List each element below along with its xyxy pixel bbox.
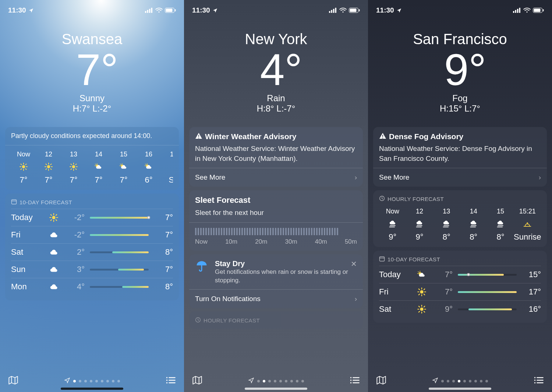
svg-point-75 — [350, 382, 352, 384]
svg-line-118 — [419, 311, 420, 312]
daily-card[interactable]: 10-DAY FORECAST Today 7° 15° Fri 7° 17° … — [373, 251, 547, 323]
page-dot[interactable] — [290, 380, 293, 382]
condition: Sunny — [0, 93, 184, 103]
page-dot[interactable] — [106, 380, 109, 382]
notif-action-label: Turn On Notifications — [195, 295, 261, 303]
page-dot[interactable] — [257, 380, 260, 382]
hour-label: 12 — [45, 151, 52, 158]
page-indicator[interactable] — [64, 377, 120, 385]
hero: New York 4° Rain H:8° L:-7° — [184, 16, 368, 114]
page-dot[interactable] — [469, 380, 471, 382]
svg-line-101 — [418, 272, 418, 272]
map-button[interactable] — [8, 375, 18, 386]
hour-value: 6° — [145, 175, 152, 185]
cloud-icon — [43, 230, 64, 240]
daily-row[interactable]: Today -2° 7° — [11, 209, 173, 226]
hourly-card[interactable]: Partly cloudy conditions expected around… — [5, 127, 179, 190]
locations-list-button[interactable] — [534, 376, 544, 386]
page-dot[interactable] — [101, 380, 103, 382]
svg-rect-78 — [515, 10, 517, 13]
weather-screen-sf: 11:30 San Francisco 9° Fog H:15° L:7° De… — [368, 0, 552, 392]
page-dot[interactable] — [279, 380, 282, 382]
hour-value: Sunrise — [514, 232, 541, 242]
svg-line-14 — [21, 169, 22, 169]
low-temp: 7° — [432, 270, 453, 279]
hourly-scroll[interactable]: Now 7° 12 7° 13 7° 14 7° 15 7° 16 6° 16 … — [11, 151, 173, 185]
advisory-card[interactable]: Dense Fog Advisory National Weather Serv… — [373, 127, 547, 187]
daily-row[interactable]: Sun 3° 7° — [11, 261, 173, 278]
hourly-card[interactable]: HOURLY FORECAST — [189, 312, 363, 329]
page-dot[interactable] — [268, 380, 271, 382]
page-dot[interactable] — [79, 380, 81, 382]
hourly-scroll[interactable]: Now 9° 12 9° 13 8° 14 8° 15 8° 15:21 Sun… — [379, 208, 541, 242]
close-button[interactable]: ✕ — [351, 259, 357, 268]
daily-row[interactable]: Sat 9° 16° — [379, 300, 541, 318]
hour-value: 7° — [95, 175, 102, 185]
page-dot[interactable] — [117, 380, 120, 382]
locations-list-button[interactable] — [166, 376, 176, 386]
day-label: Mon — [11, 282, 43, 292]
page-dot[interactable] — [301, 380, 304, 382]
status-bar: 11:30 — [184, 0, 368, 16]
page-dot[interactable] — [447, 380, 449, 382]
page-dot[interactable] — [463, 380, 466, 382]
page-dot[interactable] — [458, 380, 460, 382]
svg-line-56 — [56, 215, 57, 215]
home-indicator[interactable] — [61, 388, 123, 390]
daily-row[interactable]: Fri -2° 7° — [11, 226, 173, 243]
page-dot[interactable] — [474, 380, 477, 382]
turn-on-notifications[interactable]: Turn On Notifications › — [195, 294, 357, 303]
page-dot[interactable] — [480, 380, 482, 382]
sleet-card[interactable]: Sleet Forecast Sleet for the next hour N… — [189, 190, 363, 251]
page-indicator[interactable] — [248, 377, 304, 385]
high-temp: 7° — [154, 230, 173, 240]
page-dot[interactable] — [90, 380, 92, 382]
see-more-row[interactable]: See More › — [195, 173, 357, 181]
svg-line-116 — [419, 306, 420, 307]
sun-icon — [69, 162, 78, 172]
see-more-row[interactable]: See More › — [379, 173, 541, 181]
daily-row[interactable]: Mon 4° 8° — [11, 278, 173, 295]
daily-row[interactable]: Sat 2° 8° — [11, 243, 173, 261]
page-dot[interactable] — [73, 380, 76, 382]
notification-prompt-card[interactable]: Stay Dry Get notifications when rain or … — [189, 254, 363, 308]
weather-screen-swansea: 11:30 Swansea 7° Sunny H:7° L:-2° Partly… — [0, 0, 184, 392]
hour-column: 12 9° — [406, 208, 433, 242]
daily-row[interactable]: Fri 7° 17° — [379, 283, 541, 300]
svg-line-33 — [75, 164, 76, 165]
page-indicator[interactable] — [432, 377, 488, 385]
hourly-card[interactable]: HOURLY FORECAST Now 9° 12 9° 13 8° 14 8°… — [373, 190, 547, 247]
hour-value: 8° — [496, 232, 504, 242]
page-dot[interactable] — [296, 380, 298, 382]
fog-icon — [388, 219, 397, 229]
low-temp: 4° — [64, 282, 85, 292]
advisory-card[interactable]: Winter Weather Advisory National Weather… — [189, 127, 363, 187]
page-dot[interactable] — [263, 380, 265, 382]
hour-column: 15 8° — [487, 208, 514, 242]
home-indicator[interactable] — [245, 388, 307, 390]
svg-line-119 — [424, 306, 425, 307]
locations-list-button[interactable] — [350, 376, 360, 386]
map-button[interactable] — [376, 375, 386, 386]
page-dot[interactable] — [285, 380, 287, 382]
home-indicator[interactable] — [429, 388, 491, 390]
current-temp: 4° — [194, 47, 368, 92]
page-dot[interactable] — [441, 380, 444, 382]
svg-line-108 — [424, 294, 425, 295]
page-dot[interactable] — [274, 380, 276, 382]
chevron-right-icon: › — [355, 173, 357, 181]
hour-label: 15 — [120, 151, 127, 158]
low-temp: 2° — [64, 247, 85, 257]
page-dot[interactable] — [485, 380, 488, 382]
page-dot[interactable] — [95, 380, 98, 382]
daily-row[interactable]: Today 7° 15° — [379, 266, 541, 283]
page-dot[interactable] — [452, 380, 455, 382]
map-button[interactable] — [192, 375, 202, 386]
hour-column: 13 7° — [61, 151, 86, 185]
page-dot[interactable] — [84, 380, 87, 382]
page-dot[interactable] — [112, 380, 114, 382]
svg-line-53 — [51, 215, 52, 215]
day-label: Fri — [379, 287, 411, 297]
hour-value: 7° — [120, 175, 127, 185]
daily-card[interactable]: 10-DAY FORECAST Today -2° 7° Fri -2° 7° … — [5, 194, 179, 300]
